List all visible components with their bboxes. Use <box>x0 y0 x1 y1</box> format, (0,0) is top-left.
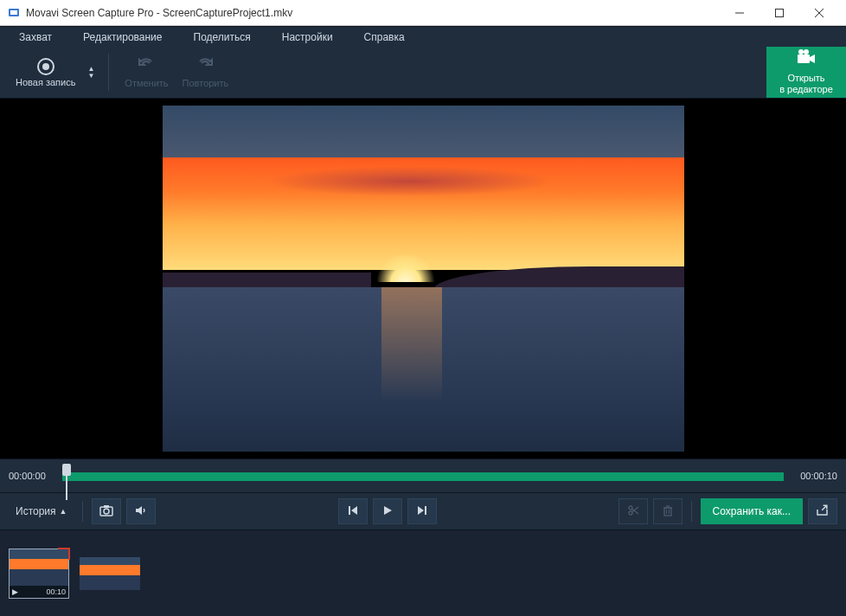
menu-edit[interactable]: Редактирование <box>67 28 177 47</box>
new-record-dropdown[interactable]: ▲▼ <box>82 67 99 79</box>
playhead[interactable] <box>62 464 71 488</box>
new-record-label: Новая запись <box>16 77 75 87</box>
window-title: Movavi Screen Capture Pro - ScreenCaptur… <box>26 7 720 19</box>
scissors-icon <box>627 504 639 519</box>
menu-share[interactable]: Поделиться <box>178 28 266 47</box>
history-label: История <box>16 505 56 517</box>
skip-back-icon <box>347 504 359 519</box>
maximize-button[interactable] <box>759 0 799 26</box>
prev-frame-button[interactable] <box>338 498 368 524</box>
play-icon <box>381 504 394 519</box>
thumbnail-item[interactable]: 📌 ✕ ▶ 00:10 <box>9 549 69 599</box>
svg-rect-13 <box>425 506 426 515</box>
skip-forward-icon <box>416 504 428 519</box>
undo-icon <box>138 56 155 76</box>
record-icon <box>37 58 54 75</box>
timeline-clip <box>62 472 784 481</box>
camera-icon <box>99 504 113 519</box>
svg-rect-11 <box>104 505 109 508</box>
svg-point-7 <box>798 49 804 55</box>
speaker-icon <box>134 504 148 519</box>
redo-icon <box>196 56 214 76</box>
thumb-play-icon: ▶ <box>12 587 18 596</box>
undo-button[interactable]: Отменить <box>118 53 175 92</box>
toolbar: Новая запись ▲▼ Отменить Повторить Откры… <box>0 47 846 99</box>
time-start: 00:00:00 <box>9 471 55 481</box>
close-button[interactable] <box>799 0 839 26</box>
preview-area <box>0 99 846 459</box>
controls-separator <box>82 501 83 522</box>
delete-button[interactable] <box>653 498 683 524</box>
film-camera-icon <box>796 49 817 71</box>
cut-button[interactable] <box>618 498 648 524</box>
open-editor-label-1: Открыть <box>787 73 824 84</box>
time-end: 00:00:10 <box>791 471 837 481</box>
redo-button[interactable]: Повторить <box>176 53 236 92</box>
svg-rect-12 <box>349 506 350 515</box>
preview-frame <box>163 106 684 452</box>
menu-help[interactable]: Справка <box>349 28 420 47</box>
timeline-row: 00:00:00 00:00:10 <box>0 459 846 493</box>
svg-point-8 <box>804 49 809 55</box>
controls-row: История ▲ Сох <box>0 493 846 529</box>
svg-rect-1 <box>10 10 17 15</box>
share-button[interactable] <box>808 498 837 524</box>
chevron-up-icon: ▲ <box>60 507 67 516</box>
menu-settings[interactable]: Настройки <box>266 28 349 47</box>
app-icon <box>7 6 21 20</box>
thumbnail-meta: ▶ 00:10 <box>10 586 68 598</box>
menu-capture[interactable]: Захват <box>3 28 67 47</box>
menubar: Захват Редактирование Поделиться Настрой… <box>0 26 846 47</box>
titlebar: Movavi Screen Capture Pro - ScreenCaptur… <box>0 0 846 26</box>
thumbnail-duration: 00:10 <box>46 587 66 596</box>
save-as-label: Сохранить как... <box>713 505 791 517</box>
minimize-button[interactable] <box>720 0 759 26</box>
thumbnail-preview <box>10 549 68 586</box>
next-frame-button[interactable] <box>407 498 437 524</box>
open-editor-button[interactable]: Открыть в редакторе <box>766 47 846 98</box>
controls-separator-2 <box>691 501 692 522</box>
thumbnail-strip: 📌 ✕ ▶ 00:10 <box>0 529 846 616</box>
thumbnail-preview <box>80 557 140 590</box>
svg-rect-6 <box>798 55 810 63</box>
new-record-button[interactable]: Новая запись <box>9 55 82 91</box>
open-editor-label-2: в редакторе <box>779 84 833 95</box>
timeline-track[interactable] <box>62 467 784 484</box>
share-icon <box>816 504 830 519</box>
snapshot-button[interactable] <box>92 498 121 524</box>
redo-label: Повторить <box>183 78 229 88</box>
thumbnail-item[interactable] <box>80 557 140 590</box>
save-as-button[interactable]: Сохранить как... <box>701 498 803 524</box>
svg-point-10 <box>104 509 109 514</box>
mute-button[interactable] <box>126 498 156 524</box>
svg-rect-3 <box>776 9 784 16</box>
undo-label: Отменить <box>125 78 168 88</box>
play-button[interactable] <box>373 498 402 524</box>
trash-icon <box>662 504 674 519</box>
svg-rect-18 <box>664 508 671 516</box>
history-button[interactable]: История ▲ <box>9 502 74 521</box>
